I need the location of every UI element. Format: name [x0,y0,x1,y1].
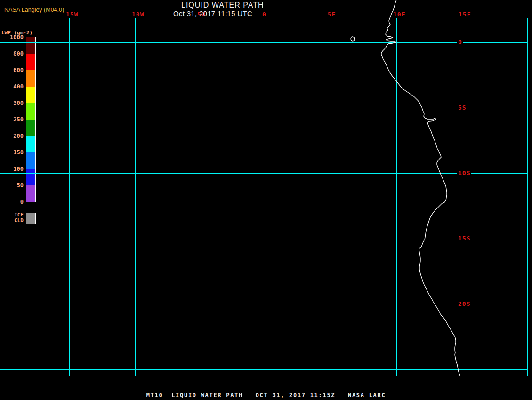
grid-line-horizontal [0,42,527,43]
colorbar-segment [26,120,35,136]
colorbar-tick-label: 400 [0,84,24,90]
ice-cloud-label-line2: CLD [0,218,24,224]
page-title: LIQUID WATER PATH [181,1,264,9]
colorbar-segment [26,70,35,87]
colorbar-tick-label: 200 [0,133,24,139]
grid-line-vertical [331,18,331,376]
lon-label: 0 [262,11,266,18]
lon-label: 10E [393,11,405,18]
ice-cloud-label: ICE CLD [0,212,24,224]
coastline-layer [0,0,532,400]
grid-line-vertical [201,18,201,376]
grid-line-vertical [527,18,528,376]
satellite-map-view: NASA Langley (M04.0) LIQUID WATER PATH O… [0,0,532,400]
lon-label: 5E [328,11,336,18]
colorbar-segment [26,152,35,169]
grid-line-horizontal [0,304,527,304]
grid-line-horizontal [0,108,527,108]
grid-line-horizontal [0,173,527,174]
footer-caption: MT10 LIQUID WATER PATH OCT 31, 2017 11:1… [0,392,532,399]
colorbar-tick-label: 50 [0,183,24,189]
colorbar-tick-label: 300 [0,100,24,106]
grid-line-vertical [266,18,266,376]
colorbar-segment [26,37,35,54]
colorbar-tick-label: 250 [0,117,24,123]
ice-cloud-swatch [26,213,36,224]
colorbar-tick-label: 800 [0,51,24,57]
colorbar-tick-label: 1000 [0,34,24,40]
lat-label: 0 [457,39,463,46]
colorbar-segment [26,136,35,152]
colorbar-tick-label: 100 [0,166,24,172]
colorbar-segment [26,54,35,70]
grid-line-vertical [135,18,136,376]
grid-line-horizontal [0,239,527,239]
island-outline [351,37,355,41]
grid-line-vertical [396,18,397,376]
colorbar-tick-label: 0 [0,199,24,205]
coastline-path [381,0,460,376]
colorbar-tick-label: 150 [0,150,24,156]
grid-line-horizontal [0,369,527,370]
lat-label: 20S [457,300,471,308]
lat-label: 15S [457,235,471,242]
grid-line-vertical [462,18,462,376]
credit-text: NASA Langley (M04.0) [4,7,64,13]
lon-label: 15E [459,11,471,18]
lat-label: 5S [457,104,468,112]
colorbar-segment [26,185,35,202]
colorbar [26,37,36,202]
colorbar-segment [26,87,35,103]
lon-label: 15W [66,11,78,18]
datetime-text: Oct 31, 2017 11:15 UTC [173,9,252,17]
grid-line-vertical [69,18,70,376]
lon-label: 10W [132,11,144,18]
colorbar-tick-label: 600 [0,67,24,73]
colorbar-segment [26,169,35,185]
colorbar-segment [26,103,35,120]
lat-label: 10S [457,169,471,177]
